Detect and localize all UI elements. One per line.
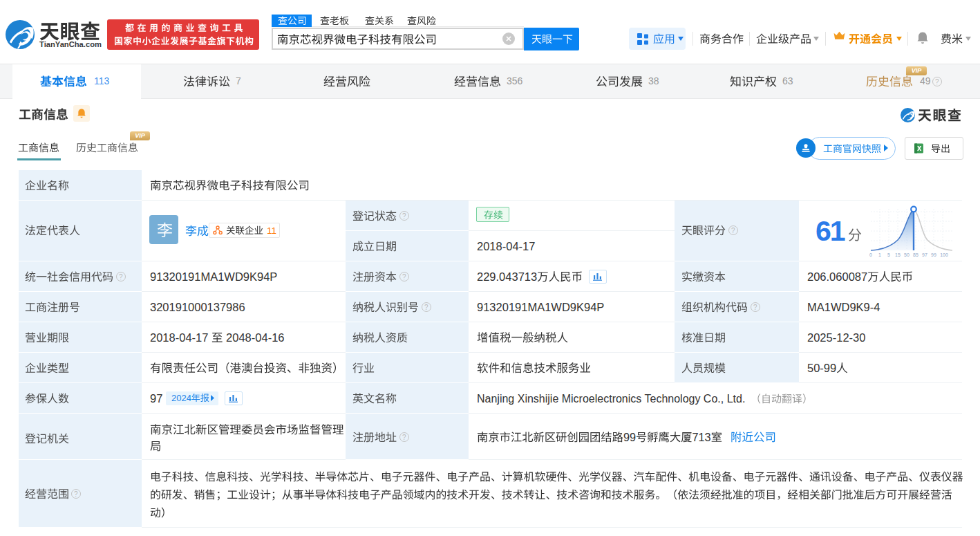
svg-text:50-99: 50-99 bbox=[807, 362, 836, 374]
svg-text:1: 1 bbox=[878, 252, 881, 257]
svg-text:TianYanCha.com: TianYanCha.com bbox=[39, 40, 102, 48]
svg-text:113: 113 bbox=[94, 75, 110, 86]
svg-text:5: 5 bbox=[887, 252, 890, 257]
svg-text:229.043713: 229.043713 bbox=[477, 270, 537, 283]
svg-text:49: 49 bbox=[920, 75, 931, 86]
svg-text:356: 356 bbox=[507, 75, 523, 86]
svg-text:?: ? bbox=[402, 273, 406, 281]
svg-text:85: 85 bbox=[913, 252, 918, 257]
svg-text:97: 97 bbox=[922, 252, 927, 257]
svg-text:?: ? bbox=[402, 434, 406, 441]
svg-text:206.060087: 206.060087 bbox=[807, 270, 867, 283]
svg-text:2018-04-17: 2018-04-17 bbox=[477, 240, 535, 252]
svg-text:2018-04-17: 2018-04-17 bbox=[150, 331, 208, 344]
svg-text:100: 100 bbox=[940, 252, 948, 257]
svg-text:61: 61 bbox=[816, 215, 845, 247]
svg-text:2024: 2024 bbox=[171, 393, 191, 403]
svg-text:97: 97 bbox=[150, 392, 162, 405]
svg-text:713: 713 bbox=[692, 431, 711, 443]
svg-text:2025-12-30: 2025-12-30 bbox=[807, 331, 865, 344]
svg-text:38: 38 bbox=[648, 75, 659, 86]
svg-text:?: ? bbox=[402, 212, 406, 220]
svg-text:91320191MA1WD9K94P: 91320191MA1WD9K94P bbox=[150, 270, 277, 283]
svg-text:91320191MA1WD9K94P: 91320191MA1WD9K94P bbox=[477, 301, 604, 313]
svg-text:?: ? bbox=[119, 273, 123, 281]
svg-text:Nanjing Xinshijie Microelectro: Nanjing Xinshijie Microelectronics Techn… bbox=[477, 393, 745, 405]
svg-text:320191000137986: 320191000137986 bbox=[150, 301, 245, 313]
svg-text:99: 99 bbox=[931, 252, 936, 257]
svg-text:99: 99 bbox=[623, 431, 636, 443]
svg-text:?: ? bbox=[74, 490, 78, 498]
svg-text:15: 15 bbox=[895, 252, 901, 257]
svg-text:2048-04-16: 2048-04-16 bbox=[226, 331, 284, 344]
svg-text:?: ? bbox=[935, 78, 939, 86]
svg-text:?: ? bbox=[753, 304, 757, 311]
svg-text:11: 11 bbox=[267, 225, 276, 236]
svg-text:MA1WD9K9-4: MA1WD9K9-4 bbox=[807, 301, 880, 313]
svg-text:?: ? bbox=[731, 227, 735, 234]
svg-text:0: 0 bbox=[869, 252, 872, 257]
svg-text:50: 50 bbox=[904, 252, 910, 257]
svg-text:7: 7 bbox=[236, 75, 241, 86]
svg-text:?: ? bbox=[424, 304, 428, 311]
svg-text:63: 63 bbox=[782, 75, 793, 86]
